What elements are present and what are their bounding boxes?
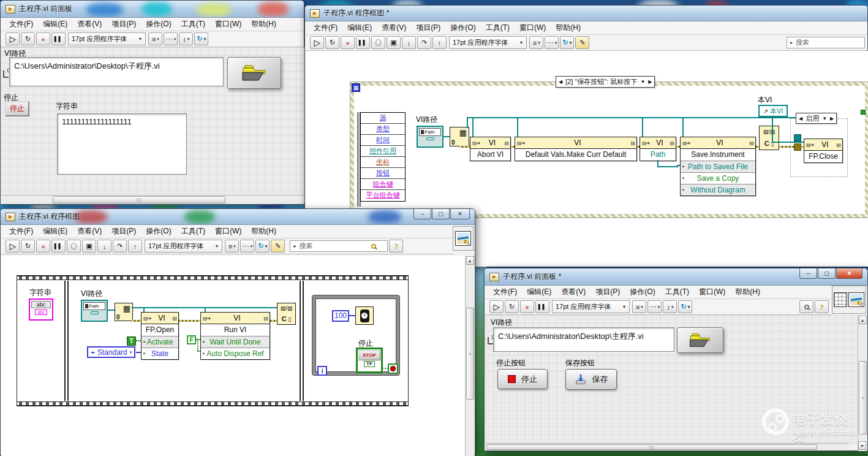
browse-button[interactable] (227, 57, 281, 89)
abort-button[interactable]: ● (36, 240, 50, 253)
menu-item[interactable]: 帮助(H) (551, 21, 586, 35)
menu-item[interactable]: 编辑(E) (342, 21, 377, 35)
pause-button[interactable]: ▌▌ (51, 240, 66, 253)
distribute-objects-button[interactable]: ⋯▾ (240, 240, 254, 253)
reorder-button[interactable]: ↻▾ (255, 240, 270, 253)
menu-bar[interactable]: 文件(F)编辑(E)查看(V)项目(P)操作(O)工具(T)窗口(W)帮助(H) (485, 286, 831, 299)
event-data-item[interactable]: 坐标 (361, 157, 405, 168)
property-name[interactable]: Path (640, 149, 676, 161)
invoke-parameter-row[interactable]: Without Diagram (681, 184, 755, 196)
string-control[interactable]: 111111111111111111 (57, 113, 187, 175)
case-dropdown-icon[interactable]: ▼ (822, 116, 827, 121)
event-data-item[interactable]: 平台组合键 (361, 190, 405, 201)
menu-item[interactable]: 操作(O) (141, 224, 176, 238)
menu-item[interactable]: 操作(O) (625, 285, 660, 299)
event-data-item[interactable]: 组合键 (361, 179, 405, 190)
vi-icon[interactable]: 2 (848, 292, 864, 307)
menu-item[interactable]: 项目(P) (411, 21, 445, 35)
minimize-button[interactable]: – (413, 209, 431, 219)
run-button[interactable]: ▶ (310, 36, 324, 49)
titlebar[interactable]: ▶ 主程序.vi 前面板 (1, 1, 304, 18)
font-selector[interactable]: 17pt 应用程序字体▼ (449, 36, 527, 49)
pause-button[interactable]: ▌▌ (535, 300, 549, 313)
menu-item[interactable]: 帮助(H) (246, 224, 281, 238)
reorder-button[interactable]: ↻▾ (678, 300, 692, 313)
false-constant[interactable]: F (187, 335, 196, 344)
invoke-method-name[interactable]: FP.Open (142, 324, 178, 336)
event-data-item[interactable]: 源 (361, 113, 405, 124)
invoke-parameter-row[interactable]: State (142, 348, 178, 359)
menu-item[interactable]: 项目(P) (107, 224, 141, 238)
invoke-method-name[interactable]: FP.Close (804, 151, 842, 162)
abort-button[interactable]: ● (341, 36, 355, 49)
vi-path-terminal[interactable]: Path (417, 126, 443, 148)
string-control-terminal[interactable]: abc abc (29, 298, 53, 321)
minimize-button[interactable]: – (799, 268, 817, 279)
pause-button[interactable]: ▌▌ (356, 36, 370, 49)
loop-condition-terminal[interactable] (388, 363, 398, 374)
menu-item[interactable]: 窗口(W) (515, 21, 551, 35)
menu-item[interactable]: 工具(T) (176, 17, 210, 31)
invoke-node-run-vi[interactable]: ▤➜VI▤ Run VI Wait Until DoneAuto Dispose… (200, 312, 270, 360)
run-continuous-button[interactable]: ↻ (21, 240, 35, 253)
maximize-button[interactable]: ▢ (432, 209, 450, 219)
vi-path-control[interactable]: C:\Users\Administrator\Desktop\主程序.vi (493, 327, 674, 352)
menu-item[interactable]: 项目(P) (107, 17, 141, 31)
menu-item[interactable]: 工具(T) (176, 224, 210, 238)
search-box[interactable]: ▸搜索 (787, 37, 865, 48)
block-diagram[interactable]: 字符串 abc abc VI路径 Path ▦ 0 ▤➜VI▤ FP.Open … (1, 256, 466, 456)
titlebar[interactable]: ▶ 主程序.vi 程序框图 – ▢ ✕ (1, 209, 475, 225)
menu-item[interactable]: 查看(V) (377, 21, 411, 35)
vi-path-terminal[interactable]: Path (81, 300, 108, 322)
event-data-item[interactable]: 类型 (361, 124, 405, 135)
run-continuous-button[interactable]: ↻ (21, 32, 35, 45)
invoke-node-default-vals[interactable]: ▤➜VI▤ Default Vals.Make Curr Default (515, 137, 637, 161)
menu-item[interactable]: 操作(O) (141, 17, 176, 31)
window-main-block-diagram[interactable]: ▶ 主程序.vi 程序框图 – ▢ ✕ 文件(F)编辑(E)查看(V)项目(P)… (0, 208, 475, 456)
horizontal-scrollbar[interactable]: ||| (485, 443, 849, 450)
reorder-button[interactable]: ↻▾ (194, 32, 208, 45)
scrollbar-thumb[interactable]: ||| (53, 196, 225, 203)
close-button[interactable]: ✕ (450, 209, 470, 219)
menu-item[interactable]: 窗口(W) (210, 224, 246, 238)
menu-item[interactable]: 编辑(E) (522, 285, 556, 299)
menu-item[interactable]: 文件(F) (309, 21, 342, 35)
front-panel[interactable]: VI路径 C:\Users\Administrator\Desktop\子程序.… (1, 47, 304, 196)
distribute-objects-button[interactable]: ⋯▾ (647, 300, 662, 313)
prev-case-icon[interactable]: ◀ (799, 116, 802, 121)
event-dynamic-terminal[interactable] (861, 110, 866, 115)
scrollbar-thumb[interactable]: ≡ (859, 361, 867, 435)
invoke-method-name[interactable]: Run VI (201, 324, 270, 336)
event-timeout-terminal[interactable]: ▦ (352, 83, 360, 92)
next-case-icon[interactable]: ▶ (830, 116, 834, 121)
save-button[interactable]: 保存 (565, 369, 617, 390)
open-vi-reference-node[interactable]: ▦ 0 (450, 127, 469, 146)
vertical-scrollbar[interactable]: ▲ ≡ (465, 256, 474, 456)
menu-bar[interactable]: 文件(F)编辑(E)查看(V)项目(P)操作(O)工具(T)窗口(W)帮助(H) (1, 18, 304, 31)
close-reference-node[interactable]: ▧/▨ C ▯ (759, 126, 779, 150)
enum-constant-standard[interactable]: ◂▸ Standard ▾ (87, 346, 135, 358)
retain-wire-values-button[interactable]: ▣ (387, 36, 401, 49)
step-into-button[interactable]: ↓ (97, 240, 111, 253)
highlight-execution-button[interactable] (371, 36, 385, 49)
align-objects-button[interactable]: ≡▾ (148, 32, 162, 45)
scroll-down-arrow[interactable]: ▼ (858, 441, 866, 450)
help-button[interactable]: ? (815, 300, 829, 313)
search-box[interactable]: ▸搜索 (290, 240, 388, 252)
menu-item[interactable]: 编辑(E) (38, 224, 72, 238)
invoke-node-fp-close[interactable]: ▤➜VI▤ FP.Close (804, 139, 843, 163)
step-over-button[interactable]: ↷ (417, 36, 431, 49)
invoke-method-name[interactable]: Save.Instrument (681, 149, 755, 161)
stop-button[interactable]: 停止 (497, 369, 548, 389)
font-selector[interactable]: 17pt 应用程序字体▼ (145, 240, 222, 253)
true-constant[interactable]: T (127, 336, 136, 346)
invoke-parameter-row[interactable]: Path to Saved File (681, 161, 755, 172)
window-sub-front-panel[interactable]: ▶ 子程序.vi 前面板 * – ▢ ✕ 文件(F)编辑(E)查看(V)项目(P… (484, 268, 868, 451)
invoke-node-fp-open[interactable]: ▤➜VI▤ FP.Open ActivateState (141, 312, 179, 360)
run-button[interactable]: ▶ (6, 32, 20, 45)
horizontal-scrollbar[interactable]: ||| (1, 195, 304, 203)
close-button[interactable]: ✕ (836, 268, 862, 279)
invoke-node-save-instrument[interactable]: ▤➜VI▤ Save.Instrument Path to Saved File… (680, 137, 756, 196)
menu-item[interactable]: 窗口(W) (694, 285, 730, 299)
run-continuous-button[interactable]: ↻ (505, 300, 519, 313)
